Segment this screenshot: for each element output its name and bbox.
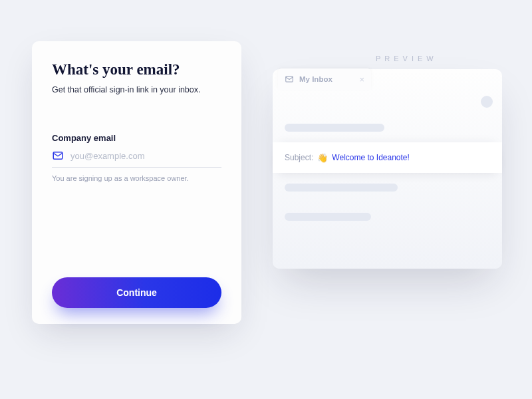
continue-button[interactable]: Continue: [52, 277, 221, 308]
card-subtitle: Get that official sign-in link in your i…: [52, 85, 221, 94]
wave-emoji-icon: 👋: [317, 153, 328, 163]
helper-text: You are signing up as a workspace owner.: [52, 174, 221, 182]
mail-icon: [52, 150, 64, 162]
mail-icon: [285, 74, 294, 84]
inbox-tab[interactable]: My Inbox ×: [278, 68, 371, 90]
inbox-preview: My Inbox × Subject: 👋 Welcome to Ideanot…: [273, 69, 502, 269]
email-input[interactable]: [70, 151, 221, 161]
avatar[interactable]: [481, 96, 493, 108]
preview-label: PREVIEW: [376, 55, 438, 63]
skeleton-line: [285, 124, 384, 132]
subject-prefix: Subject:: [285, 153, 313, 162]
inbox-toolbar: [273, 90, 502, 113]
close-icon[interactable]: ×: [359, 75, 364, 84]
inbox-tab-label: My Inbox: [299, 75, 354, 83]
email-field-row: [52, 150, 221, 168]
list-item: [273, 202, 502, 231]
email-field-label: Company email: [52, 133, 221, 143]
card-title: What's your email?: [52, 61, 221, 78]
list-item: [273, 173, 502, 202]
skeleton-line: [285, 184, 398, 192]
inbox-body: Subject: 👋 Welcome to Ideanote!: [273, 90, 502, 269]
subject-link[interactable]: Welcome to Ideanote!: [332, 153, 410, 162]
skeleton-line: [285, 213, 371, 221]
list-item-subject[interactable]: Subject: 👋 Welcome to Ideanote!: [273, 142, 502, 173]
signup-card: What's your email? Get that official sig…: [32, 41, 241, 324]
list-item: [273, 113, 502, 142]
